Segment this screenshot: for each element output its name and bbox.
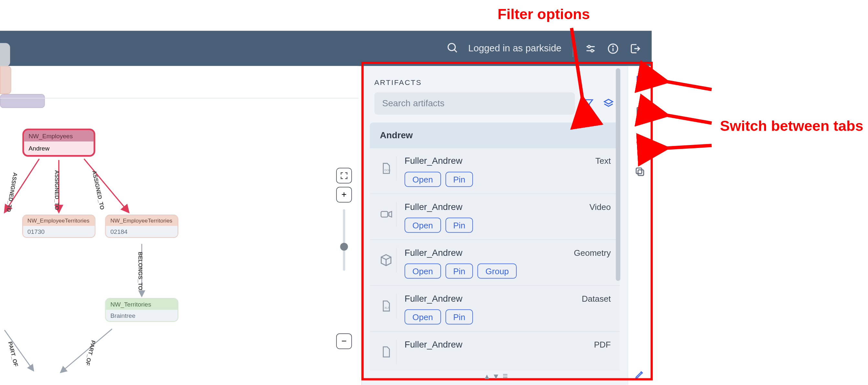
topbar-divider [572,40,573,57]
zoom-slider[interactable] [343,209,345,271]
svg-point-0 [448,43,455,50]
svg-line-35 [664,145,711,148]
graph-node-employees[interactable]: NW_Employees Andrew [22,129,95,156]
graph-node-clipped[interactable] [0,94,45,108]
node-type-label: NW_Employees [24,131,93,142]
svg-point-8 [613,46,613,46]
edge-label: ASSIGNED_TO [5,172,19,213]
node-body-label: 01730 [23,226,95,237]
fullscreen-button[interactable] [336,168,352,183]
annotation-tabs-label: Switch between tabs [720,117,864,135]
chevron-up-icon[interactable]: ▴ [485,371,489,381]
svg-line-12 [84,159,129,213]
svg-line-33 [664,81,711,90]
node-type-label: NW_EmployeeTerritories [106,215,178,226]
svg-line-1 [454,49,457,52]
node-type-label: NW_EmployeeTerritories [23,215,95,226]
graph-node-et-01730[interactable]: NW_EmployeeTerritories 01730 [22,215,95,238]
node-body-label: 02184 [106,226,178,237]
svg-line-34 [664,115,711,123]
annotation-box-panel [361,62,653,381]
edge-label: PART_OF [7,341,20,367]
edge-label: ASSIGNED_TO [54,170,60,210]
zoom-out-button[interactable]: − [336,333,352,349]
svg-point-5 [591,49,593,52]
zoom-in-button[interactable]: + [336,187,352,202]
info-icon[interactable] [607,42,619,55]
collapsed-left-tab[interactable] [0,43,10,67]
node-body-label: Andrew [24,141,93,155]
edge-label: ASSIGNED_TO [91,170,105,210]
chevron-down-icon[interactable]: ▾ [494,371,498,381]
node-type-label: NW_Territories [106,299,178,310]
settings-sliders-icon[interactable] [584,42,596,55]
graph-canvas[interactable]: NW_Employees Andrew NW_EmployeeTerritori… [0,66,359,385]
menu-icon[interactable]: ≡ [503,371,508,381]
graph-node-et-clipped[interactable] [0,66,11,94]
annotation-filter-label: Filter options [498,5,590,23]
node-body-label: Braintree [106,310,178,321]
search-icon[interactable] [446,41,458,56]
graph-node-et-02184[interactable]: NW_EmployeeTerritories 02184 [105,215,178,238]
edge-label: BELONGS_TO [137,252,143,290]
panel-footer-controls: ▴ ▾ ≡ [485,371,508,381]
zoom-controls: + − [336,168,352,349]
logged-in-label: Logged in as parkside [468,43,561,54]
svg-line-15 [61,329,112,373]
logout-icon[interactable] [629,42,642,55]
graph-node-territories[interactable]: NW_Territories Braintree [105,298,178,322]
edge-label: PART_OF [85,340,97,366]
top-bar: Logged in as parkside [0,31,652,66]
svg-point-4 [588,45,590,47]
zoom-thumb[interactable] [340,243,348,251]
